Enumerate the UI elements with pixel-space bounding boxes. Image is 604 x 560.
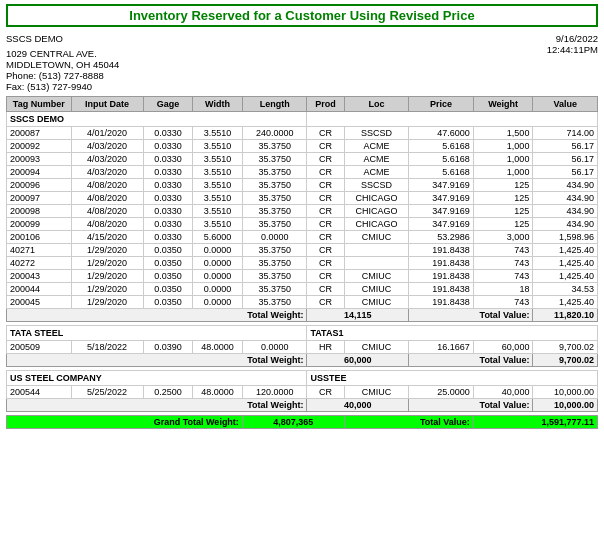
group-total-row: Total Weight:14,115Total Value:11,820.10 — [7, 309, 598, 322]
company-name: SSCS DEMO — [6, 33, 119, 44]
table-row: 2000924/03/20200.03303.551035.3750CRACME… — [7, 140, 598, 153]
table-row: 2000974/08/20200.03303.551035.3750CRCHIC… — [7, 192, 598, 205]
company-phone: Phone: (513) 727-8888 — [6, 70, 119, 81]
col-header-loc: Loc — [344, 97, 409, 112]
header-row: SSCS DEMO 1029 CENTRAL AVE. MIDDLETOWN, … — [6, 33, 598, 96]
col-header-gage: Gage — [143, 97, 193, 112]
company-address2: MIDDLETOWN, OH 45044 — [6, 59, 119, 70]
table-row: 2000964/08/20200.03303.551035.3750CRSSCS… — [7, 179, 598, 192]
table-row: 2001064/15/20200.03305.60000.0000CRCMIUC… — [7, 231, 598, 244]
col-header-date: Input Date — [71, 97, 143, 112]
date-info: 9/16/2022 12:44:11PM — [547, 33, 598, 55]
table-row: 2005445/25/20220.250048.0000120.0000CRCM… — [7, 386, 598, 399]
report-container: Inventory Reserved for a Customer Using … — [0, 0, 604, 433]
group-header-row: US STEEL COMPANYUSSTEE — [7, 371, 598, 386]
col-header-prod: Prod — [307, 97, 344, 112]
table-row: 2000934/03/20200.03303.551035.3750CRACME… — [7, 153, 598, 166]
report-time: 12:44:11PM — [547, 44, 598, 55]
col-header-tag: Tag Number — [7, 97, 72, 112]
group-header-row: TATA STEELTATAS1 — [7, 326, 598, 341]
group-total-row: Total Weight:40,000Total Value:10,000.00 — [7, 399, 598, 412]
table-row: 2000451/29/20200.03500.000035.3750CRCMIU… — [7, 296, 598, 309]
table-row: 2005095/18/20220.039048.00000.0000HRCMIU… — [7, 341, 598, 354]
table-row: 402721/29/20200.03500.000035.3750CR191.8… — [7, 257, 598, 270]
table-row: 2000944/03/20200.03303.551035.3750CRACME… — [7, 166, 598, 179]
inventory-table: Tag Number Input Date Gage Width Length … — [6, 96, 598, 429]
col-header-weight: Weight — [473, 97, 533, 112]
group-header-row: SSCS DEMO — [7, 112, 598, 127]
table-row: 2000984/08/20200.03303.551035.3750CRCHIC… — [7, 205, 598, 218]
company-info: SSCS DEMO 1029 CENTRAL AVE. MIDDLETOWN, … — [6, 33, 119, 92]
table-row: 402711/29/20200.03500.000035.3750CR191.8… — [7, 244, 598, 257]
col-header-value: Value — [533, 97, 598, 112]
company-fax: Fax: (513) 727-9940 — [6, 81, 119, 92]
table-header-row: Tag Number Input Date Gage Width Length … — [7, 97, 598, 112]
table-row: 2000994/08/20200.03303.551035.3750CRCHIC… — [7, 218, 598, 231]
company-address1: 1029 CENTRAL AVE. — [6, 48, 119, 59]
col-header-length: Length — [242, 97, 307, 112]
table-row: 2000441/29/20200.03500.000035.3750CRCMIU… — [7, 283, 598, 296]
grand-total-row: Grand Total Weight:4,807,365Total Value:… — [7, 416, 598, 429]
report-title: Inventory Reserved for a Customer Using … — [6, 4, 598, 27]
group-total-row: Total Weight:60,000Total Value:9,700.02 — [7, 354, 598, 367]
table-row: 2000431/29/20200.03500.000035.3750CRCMIU… — [7, 270, 598, 283]
col-header-width: Width — [193, 97, 243, 112]
col-header-price: Price — [409, 97, 474, 112]
table-row: 2000874/01/20200.03303.5510240.0000CRSSC… — [7, 127, 598, 140]
report-date: 9/16/2022 — [547, 33, 598, 44]
